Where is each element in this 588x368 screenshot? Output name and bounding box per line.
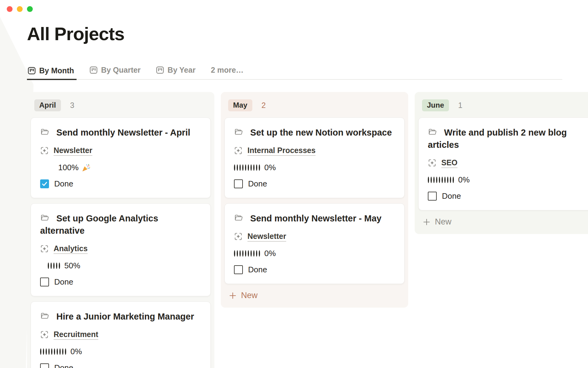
card-title-row: Set up Google Analytics alternative [40, 212, 201, 237]
column-header[interactable]: May 2 [224, 96, 405, 117]
progress-dot-empty [256, 164, 257, 171]
open-folder-icon [40, 128, 49, 137]
progress-dot-empty [431, 177, 432, 183]
done-checkbox[interactable] [40, 278, 49, 286]
view-tab-2-more[interactable]: 2 more… [210, 64, 246, 79]
related-project-link[interactable]: Internal Processes [247, 146, 315, 155]
done-checkbox[interactable] [234, 265, 243, 274]
progress-dot-empty [253, 250, 254, 257]
progress-dot-empty [234, 164, 235, 171]
progress-percent: 100% [58, 163, 79, 172]
progress-dot-empty [248, 250, 249, 257]
open-folder-icon [40, 312, 49, 321]
plus-icon [423, 218, 431, 226]
card-tag-row: Internal Processes [234, 146, 395, 155]
zoom-window-button[interactable] [27, 6, 33, 12]
open-folder-icon [234, 128, 243, 137]
tab-label: By Quarter [101, 66, 141, 75]
progress-dot-empty [428, 177, 429, 183]
progress-percent: 0% [264, 249, 276, 258]
progress-dot-empty [436, 177, 437, 183]
card-tag-row: Recruitment [40, 330, 201, 339]
done-row: Done [234, 265, 395, 274]
done-label: Done [442, 191, 461, 201]
progress-dot-empty [450, 177, 451, 183]
done-checkbox[interactable] [40, 179, 49, 188]
progress-row: 0% [40, 347, 201, 356]
project-card[interactable]: Write and publish 2 new blog articles SE… [418, 117, 588, 210]
card-tag-row: Newsletter [40, 146, 201, 155]
progress-dot-empty [65, 348, 66, 355]
new-card-button[interactable]: New [224, 287, 262, 304]
related-project-link[interactable]: Newsletter [54, 146, 92, 155]
minimize-window-button[interactable] [17, 6, 23, 12]
column-header[interactable]: April 3 [31, 96, 211, 117]
progress-dot-empty [259, 250, 260, 257]
tab-label: By Year [168, 66, 195, 75]
relation-icon [40, 244, 49, 253]
done-row: Done [40, 179, 201, 189]
project-card[interactable]: Hire a Junior Marketing Manager Recruitm… [31, 301, 211, 368]
done-label: Done [54, 179, 73, 189]
related-project-link[interactable]: Analytics [54, 244, 88, 253]
progress-dot-empty [248, 164, 249, 171]
related-project-link[interactable]: Newsletter [247, 232, 286, 241]
board-column-may: May 2 Set up the new Notion workspace In… [221, 92, 408, 308]
project-card[interactable]: Send monthly Newsletter - April Newslett… [31, 117, 211, 198]
progress-dot-empty [53, 263, 55, 269]
project-card[interactable]: Set up Google Analytics alternative Anal… [31, 203, 211, 296]
progress-dot-empty [242, 250, 243, 257]
related-project-link[interactable]: Recruitment [54, 330, 98, 339]
progress-dot-empty [46, 348, 47, 355]
relation-icon [40, 146, 49, 155]
progress-dots [428, 177, 455, 183]
done-label: Done [54, 363, 73, 368]
progress-row: 50% [40, 261, 201, 270]
card-title-row: Hire a Junior Marketing Manager [40, 310, 201, 323]
progress-dot-empty [259, 164, 260, 171]
progress-row: 0% [428, 175, 588, 185]
related-project-link[interactable]: SEO [441, 158, 458, 167]
check-icon [41, 181, 48, 187]
view-tab-by-year[interactable]: By Year [155, 64, 198, 79]
board-view-icon [156, 66, 164, 74]
done-checkbox[interactable] [40, 363, 49, 368]
progress-dot-empty [234, 250, 235, 257]
new-card-button[interactable]: New [418, 213, 456, 230]
done-checkbox[interactable] [428, 192, 437, 201]
view-tab-by-quarter[interactable]: By Quarter [89, 64, 143, 79]
progress-row: 0% [234, 249, 395, 258]
card-title: Hire a Junior Marketing Manager [56, 312, 194, 321]
card-title-row: Set up the new Notion workspace [234, 126, 395, 139]
month-pill: June [422, 99, 449, 111]
done-checkbox[interactable] [234, 179, 243, 188]
progress-dot-empty [239, 250, 241, 257]
progress-dots [234, 165, 262, 171]
progress-dot-empty [237, 164, 238, 171]
progress-dot-empty [43, 348, 44, 355]
view-tab-by-month[interactable]: By Month [27, 64, 77, 80]
done-row: Done [234, 179, 395, 189]
progress-dot-empty [251, 250, 252, 257]
card-title: Send monthly Newsletter - April [56, 128, 190, 137]
close-window-button[interactable] [7, 6, 13, 12]
progress-dot-empty [256, 250, 257, 257]
progress-dots [234, 251, 262, 256]
progress-dot-empty [245, 250, 246, 257]
done-row: Done [40, 277, 201, 287]
open-folder-icon [40, 213, 49, 223]
column-header[interactable]: June 1 [418, 96, 588, 117]
board-column-april: April 3 Send monthly Newsletter - April … [27, 92, 214, 368]
cards-container: Write and publish 2 new blog articles SE… [418, 117, 588, 210]
progress-dot-empty [237, 250, 238, 257]
card-title: Send monthly Newsletter - May [250, 213, 382, 223]
project-card[interactable]: Send monthly Newsletter - May Newsletter… [224, 203, 405, 284]
project-card[interactable]: Set up the new Notion workspace Internal… [224, 117, 405, 198]
relation-icon [40, 330, 49, 339]
card-title-row: Send monthly Newsletter - April [40, 126, 201, 139]
progress-dot-empty [239, 164, 241, 171]
progress-dot-empty [51, 263, 52, 269]
progress-dots [40, 263, 62, 269]
cards-container: Send monthly Newsletter - April Newslett… [31, 117, 211, 368]
open-folder-icon [428, 128, 437, 137]
